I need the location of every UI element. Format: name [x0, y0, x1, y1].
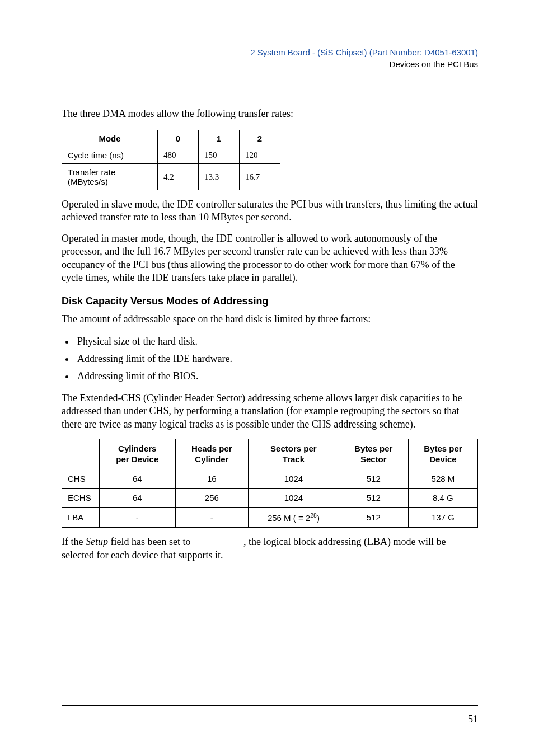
cell: -	[175, 508, 248, 528]
table-row: LBA - - 256 M ( = 228) 512 137 G	[62, 508, 478, 528]
cell: 4.2	[158, 164, 199, 190]
footer-rule	[62, 705, 478, 706]
cell: 512	[339, 469, 408, 489]
cell: 64	[100, 489, 176, 508]
chapter-title: 2 System Board - (SiS Chipset) (Part Num…	[62, 48, 478, 57]
cell: 16.7	[240, 164, 280, 190]
cell: 256 M ( = 228)	[249, 508, 339, 528]
table-row: Transfer rate (MBytes/s) 4.2 13.3 16.7	[62, 164, 280, 190]
paragraph: The Extended-CHS (Cylinder Header Sector…	[62, 392, 478, 431]
th-mode: Mode	[62, 130, 158, 147]
th-empty	[62, 439, 100, 469]
table-row: ECHS 64 256 1024 512 8.4 G	[62, 489, 478, 508]
th: Sectors perTrack	[249, 439, 339, 469]
list-item: Addressing limit of the BIOS.	[75, 369, 478, 384]
cell-label: Cycle time (ns)	[62, 147, 158, 164]
setup-italic: Setup	[86, 536, 108, 547]
cell: 512	[339, 489, 408, 508]
cell: 480	[158, 147, 199, 164]
cell: 1024	[249, 469, 339, 489]
closing-paragraph: If the Setup field has been set to , the…	[62, 536, 478, 562]
paragraph: Operated in slave mode, the IDE controll…	[62, 198, 478, 224]
cell: 1024	[249, 489, 339, 508]
cell: 16	[175, 469, 248, 489]
row-label: CHS	[62, 469, 100, 489]
intro-text: The three DMA modes allow the following …	[62, 108, 478, 120]
cell: 137 G	[408, 508, 477, 528]
th-2: 2	[240, 130, 280, 147]
paragraph: Operated in master mode, though, the IDE…	[62, 232, 478, 285]
cell: 512	[339, 508, 408, 528]
th: Heads perCylinder	[175, 439, 248, 469]
section-title: Devices on the PCI Bus	[62, 59, 478, 69]
cell: 256	[175, 489, 248, 508]
cell-label: Transfer rate (MBytes/s)	[62, 164, 158, 190]
bullet-list: Physical size of the hard disk. Addressi…	[62, 334, 478, 384]
cell: 13.3	[199, 164, 240, 190]
th: Bytes perSector	[339, 439, 408, 469]
page-number: 51	[468, 713, 478, 725]
dma-modes-table: Mode 0 1 2 Cycle time (ns) 480 150 120 T…	[62, 130, 280, 190]
th: Cylindersper Device	[100, 439, 176, 469]
text: field has been set to	[108, 536, 193, 547]
cell: 120	[240, 147, 280, 164]
text: If the	[62, 536, 86, 547]
cell: 150	[199, 147, 240, 164]
cell: 8.4 G	[408, 489, 477, 508]
table-row: CHS 64 16 1024 512 528 M	[62, 469, 478, 489]
list-item: Addressing limit of the IDE hardware.	[75, 351, 478, 367]
table-row: Cycle time (ns) 480 150 120	[62, 147, 280, 164]
subsection-title: Disk Capacity Versus Modes of Addressing	[62, 295, 478, 307]
running-header: 2 System Board - (SiS Chipset) (Part Num…	[62, 48, 478, 69]
row-label: ECHS	[62, 489, 100, 508]
list-item: Physical size of the hard disk.	[75, 334, 478, 349]
paragraph: The amount of addressable space on the h…	[62, 313, 478, 326]
th-1: 1	[199, 130, 240, 147]
th-0: 0	[158, 130, 199, 147]
th: Bytes perDevice	[408, 439, 477, 469]
addressing-table: Cylindersper Device Heads perCylinder Se…	[62, 439, 478, 528]
cell: 64	[100, 469, 176, 489]
cell: -	[100, 508, 176, 528]
cell: 528 M	[408, 469, 477, 489]
row-label: LBA	[62, 508, 100, 528]
